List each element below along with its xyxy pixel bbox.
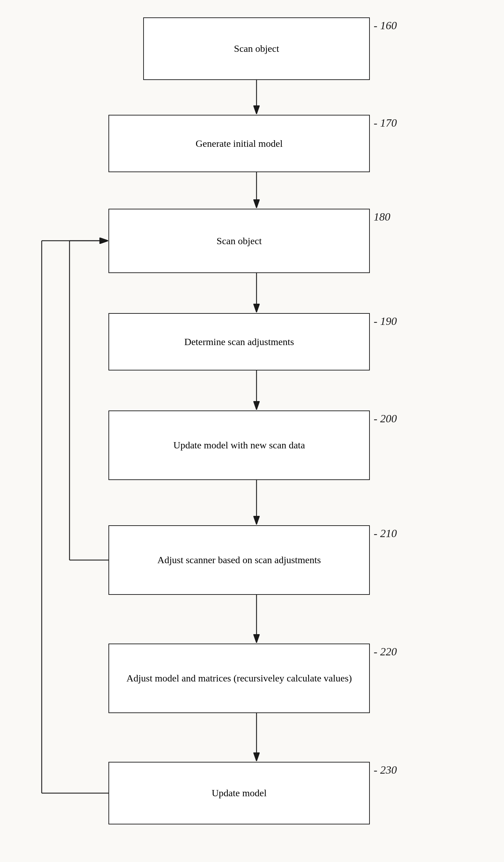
- ref-210: - 210: [374, 527, 397, 540]
- box-200-label: Update model with new scan data: [173, 438, 305, 452]
- box-160-label: Scan object: [234, 42, 279, 55]
- ref-170: - 170: [374, 117, 397, 129]
- ref-180: 180: [374, 210, 390, 223]
- box-210-label: Adjust scanner based on scan adjustments: [157, 553, 321, 567]
- box-200: Update model with new scan data: [108, 410, 370, 480]
- ref-190: - 190: [374, 315, 397, 328]
- box-220: Adjust model and matrices (recursiveley …: [108, 644, 370, 713]
- diagram-container: Scan object - 160 Generate initial model…: [0, 0, 504, 862]
- box-230-label: Update model: [212, 786, 267, 800]
- box-210: Adjust scanner based on scan adjustments: [108, 525, 370, 595]
- box-190: Determine scan adjustments: [108, 313, 370, 370]
- ref-160: - 160: [374, 19, 397, 32]
- box-180-label: Scan object: [217, 234, 262, 248]
- box-180: Scan object: [108, 209, 370, 273]
- box-220-label: Adjust model and matrices (recursiveley …: [127, 671, 352, 685]
- box-230: Update model: [108, 762, 370, 824]
- ref-220: - 220: [374, 645, 397, 658]
- box-170-label: Generate initial model: [196, 137, 283, 150]
- ref-230: - 230: [374, 764, 397, 776]
- box-160: Scan object: [143, 17, 370, 80]
- ref-200: - 200: [374, 412, 397, 425]
- box-170: Generate initial model: [108, 115, 370, 172]
- box-190-label: Determine scan adjustments: [184, 335, 294, 349]
